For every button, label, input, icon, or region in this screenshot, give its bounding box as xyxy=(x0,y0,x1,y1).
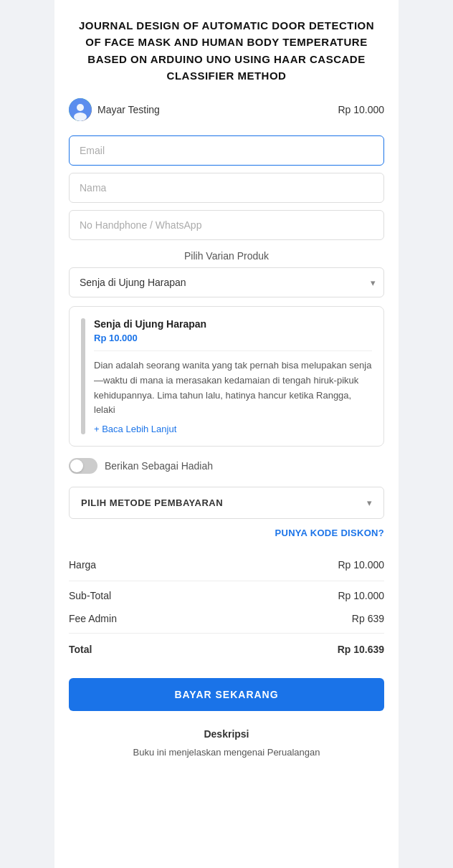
svg-point-2 xyxy=(74,113,87,121)
product-card-divider xyxy=(94,350,372,351)
total-row: Total Rp 10.639 xyxy=(69,633,384,661)
product-card-content: Senja di Ujung Harapan Rp 10.000 Dian ad… xyxy=(94,318,372,434)
variant-label: Pilih Varian Produk xyxy=(69,250,384,262)
form-section xyxy=(69,135,384,240)
harga-value: Rp 10.000 xyxy=(338,559,384,571)
product-card: Senja di Ujung Harapan Rp 10.000 Dian ad… xyxy=(69,306,384,447)
email-field[interactable] xyxy=(69,135,384,166)
fee-row: Fee Admin Rp 639 xyxy=(69,607,384,630)
read-more-link[interactable]: + Baca Lebih Lanjut xyxy=(94,424,372,434)
product-card-desc: Dian adalah seorang wanita yang tak pern… xyxy=(94,358,372,418)
fee-value: Rp 639 xyxy=(352,613,384,624)
total-label: Total xyxy=(69,644,92,655)
gift-label: Berikan Sebagai Hadiah xyxy=(105,460,213,472)
total-value: Rp 10.639 xyxy=(338,644,384,655)
toggle-knob xyxy=(70,459,83,472)
pricing-section: Harga Rp 10.000 Sub-Total Rp 10.000 Fee … xyxy=(69,553,384,661)
variant-select[interactable]: Senja di Ujung Harapan xyxy=(69,267,384,297)
subtotal-row: Sub-Total Rp 10.000 xyxy=(69,584,384,607)
product-color-bar xyxy=(81,318,85,434)
avatar xyxy=(69,98,92,121)
seller-row: Mayar Testing Rp 10.000 xyxy=(69,98,384,121)
payment-chevron-icon: ▾ xyxy=(367,497,372,508)
description-title: Deskripsi xyxy=(69,728,384,740)
discount-link[interactable]: PUNYA KODE DISKON? xyxy=(275,528,384,538)
product-card-price: Rp 10.000 xyxy=(94,333,372,343)
gift-row: Berikan Sebagai Hadiah xyxy=(69,458,384,474)
payment-method-button[interactable]: PILIH METODE PEMBAYARAN ▾ xyxy=(69,487,384,519)
page-container: JOURNAL DESIGN OF AUTOMATIC DOOR DETECTI… xyxy=(54,0,399,868)
pay-button[interactable]: BAYAR SEKARANG xyxy=(69,678,384,711)
harga-label: Harga xyxy=(69,559,96,571)
subtotal-label: Sub-Total xyxy=(69,590,111,601)
subtotal-value: Rp 10.000 xyxy=(338,590,384,601)
product-card-title: Senja di Ujung Harapan xyxy=(94,318,372,330)
seller-name: Mayar Testing xyxy=(97,104,160,115)
payment-method-label: PILIH METODE PEMBAYARAN xyxy=(81,497,223,508)
harga-row: Harga Rp 10.000 xyxy=(69,553,384,581)
name-field[interactable] xyxy=(69,173,384,203)
seller-price: Rp 10.000 xyxy=(338,104,384,115)
gift-toggle[interactable] xyxy=(69,458,97,474)
discount-row: PUNYA KODE DISKON? xyxy=(69,526,384,539)
page-title: JOURNAL DESIGN OF AUTOMATIC DOOR DETECTI… xyxy=(69,17,384,84)
description-section: Deskripsi Buku ini menjelaskan mengenai … xyxy=(69,728,384,760)
variant-dropdown-wrapper[interactable]: Senja di Ujung Harapan ▾ xyxy=(69,267,384,297)
seller-info: Mayar Testing xyxy=(69,98,160,121)
svg-point-1 xyxy=(77,104,84,111)
fee-label: Fee Admin xyxy=(69,613,117,624)
description-text: Buku ini menjelaskan mengenai Perualanga… xyxy=(69,745,384,760)
phone-field[interactable] xyxy=(69,210,384,240)
